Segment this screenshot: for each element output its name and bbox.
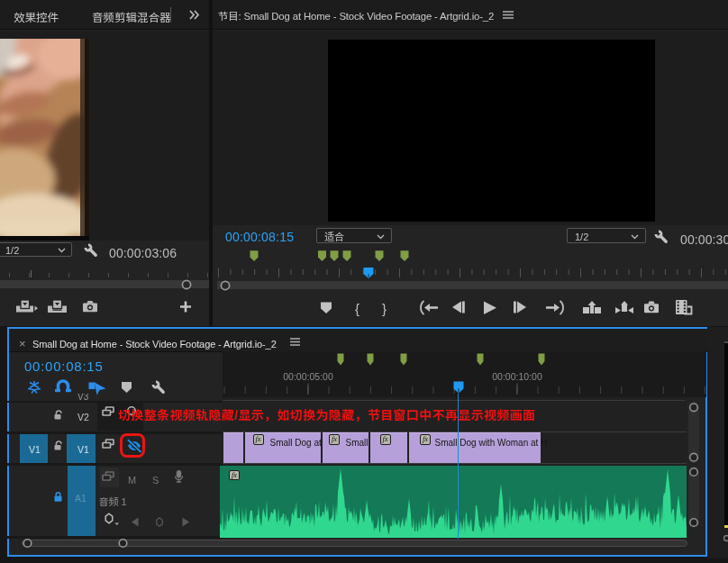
svg-text:}: }	[382, 301, 387, 316]
svg-text:00:00:05:00: 00:00:05:00	[283, 371, 333, 382]
svg-text:{: {	[355, 301, 359, 316]
svg-text:00:00:10:00: 00:00:10:00	[492, 371, 542, 382]
